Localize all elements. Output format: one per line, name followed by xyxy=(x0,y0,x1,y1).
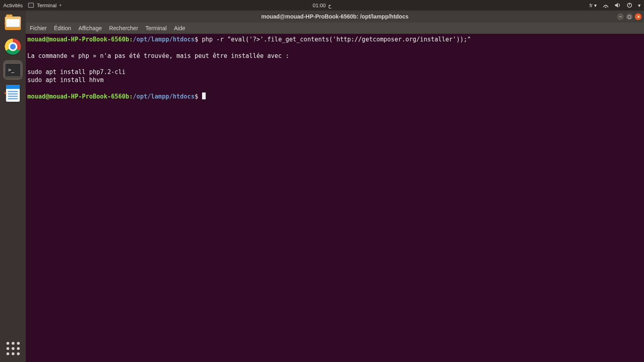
show-applications-button[interactable] xyxy=(5,340,21,356)
window-minimize-button[interactable]: – xyxy=(617,13,624,20)
menu-terminal[interactable]: Terminal xyxy=(145,25,167,31)
chrome-icon xyxy=(5,39,21,55)
svg-rect-4 xyxy=(629,3,630,5)
terminal-window: mouad@mouad-HP-ProBook-6560b: /opt/lampp… xyxy=(26,10,644,362)
files-icon xyxy=(5,16,21,30)
prompt-userhost: mouad@mouad-HP-ProBook-6560b xyxy=(27,93,129,100)
terminal-app-icon xyxy=(28,3,34,8)
prompt-path: /opt/lampp/htdocs xyxy=(133,36,195,43)
prompt-path: /opt/lampp/htdocs xyxy=(133,93,195,100)
menubar: Fichier Édition Affichage Rechercher Ter… xyxy=(26,23,644,34)
dock xyxy=(0,10,26,362)
window-close-button[interactable]: ✕ xyxy=(635,13,642,20)
chevron-down-icon: ▾ xyxy=(60,3,62,7)
writer-icon xyxy=(6,85,20,102)
window-maximize-button[interactable]: ▢ xyxy=(626,13,633,20)
app-menu-label: Terminal xyxy=(37,2,56,8)
menu-aide[interactable]: Aide xyxy=(174,25,185,31)
svg-rect-1 xyxy=(29,3,33,7)
terminal-output-1: La commande « php » n'a pas été trouvée,… xyxy=(27,52,289,60)
prompt-sep: : xyxy=(129,36,133,43)
clock-time: 01:00 xyxy=(313,2,326,8)
terminal-cursor xyxy=(202,93,206,99)
network-icon[interactable] xyxy=(603,2,609,8)
clock[interactable]: 01:00 ح xyxy=(313,2,332,8)
dock-writer[interactable] xyxy=(3,84,23,103)
activities-button[interactable]: Activités xyxy=(3,2,23,8)
gnome-topbar: Activités Terminal ▾ 01:00 ح fr ▾ ▾ xyxy=(0,0,644,10)
input-language[interactable]: fr ▾ xyxy=(589,2,597,8)
window-titlebar[interactable]: mouad@mouad-HP-ProBook-6560b: /opt/lampp… xyxy=(26,10,644,23)
system-menu-chevron-icon[interactable]: ▾ xyxy=(638,2,641,8)
menu-edition[interactable]: Édition xyxy=(54,25,71,31)
menu-rechercher[interactable]: Rechercher xyxy=(109,25,138,31)
dock-files[interactable] xyxy=(3,14,23,33)
menu-fichier[interactable]: Fichier xyxy=(30,25,47,31)
clock-extra: ح xyxy=(328,2,331,8)
prompt-userhost: mouad@mouad-HP-ProBook-6560b xyxy=(27,36,129,43)
terminal-icon xyxy=(5,63,21,77)
chevron-down-icon: ▾ xyxy=(594,2,597,8)
prompt-dollar: $ xyxy=(194,93,198,100)
prompt-sep: : xyxy=(129,93,133,100)
dock-chrome[interactable] xyxy=(3,37,23,56)
volume-icon[interactable] xyxy=(615,2,621,8)
input-language-label: fr xyxy=(589,2,592,8)
dock-terminal[interactable] xyxy=(3,60,23,80)
window-title: mouad@mouad-HP-ProBook-6560b: /opt/lampp… xyxy=(261,13,409,20)
command-line-1: php -r "eval('?>'.file_get_contents('htt… xyxy=(198,36,471,43)
app-menu[interactable]: Terminal ▾ xyxy=(28,2,61,8)
terminal-output-3: sudo apt install hhvm xyxy=(27,76,104,84)
power-icon[interactable] xyxy=(627,2,632,8)
menu-affichage[interactable]: Affichage xyxy=(78,25,102,31)
terminal-output-2: sudo apt install php7.2-cli xyxy=(27,68,126,76)
terminal-body[interactable]: mouad@mouad-HP-ProBook-6560b:/opt/lampp/… xyxy=(26,34,644,362)
svg-point-2 xyxy=(605,6,606,8)
